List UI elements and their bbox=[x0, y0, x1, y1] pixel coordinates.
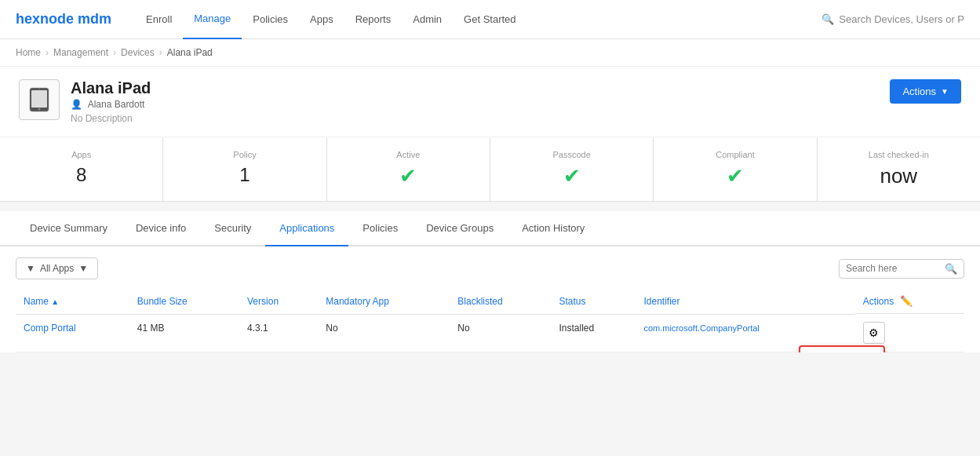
stat-active-label: Active bbox=[335, 150, 482, 159]
tab-policies[interactable]: Policies bbox=[348, 211, 412, 246]
filter-label: All Apps bbox=[40, 263, 74, 274]
col-blacklisted: Blacklisted bbox=[450, 289, 551, 314]
cell-status: Installed bbox=[551, 314, 636, 352]
table-toolbar: ▼ All Apps ▼ 🔍 bbox=[16, 257, 964, 279]
table-header-row: Name ▲ Bundle Size Version Mandatory App… bbox=[16, 289, 964, 314]
tab-action-history[interactable]: Action History bbox=[508, 211, 599, 246]
filter-icon: ▼ bbox=[26, 263, 35, 274]
nav-manage[interactable]: Manage bbox=[183, 0, 242, 39]
stat-passcode-check: ✔ bbox=[498, 164, 645, 188]
global-search: 🔍 Search Devices, Users or P bbox=[822, 13, 964, 25]
tab-applications[interactable]: Applications bbox=[265, 211, 348, 246]
stat-apps-value: 8 bbox=[8, 164, 155, 186]
stat-compliant-label: Compliant bbox=[661, 150, 808, 159]
col-identifier: Identifier bbox=[636, 289, 854, 314]
actions-button-label: Actions bbox=[902, 86, 936, 97]
breadcrumb-sep-1: › bbox=[46, 47, 49, 58]
col-mandatory-app: Mandatory App bbox=[318, 289, 450, 314]
nav-get-started[interactable]: Get Started bbox=[453, 0, 526, 39]
stat-compliant: Compliant ✔ bbox=[654, 137, 817, 201]
tab-security[interactable]: Security bbox=[200, 211, 265, 246]
app-identifier: com.microsoft.CompanyPortal bbox=[643, 323, 759, 333]
table-row: Comp Portal 41 MB 4.3.1 No No Installed … bbox=[16, 314, 964, 352]
stat-passcode-label: Passcode bbox=[498, 150, 645, 159]
stat-passcode: Passcode ✔ bbox=[490, 137, 654, 201]
stat-apps-label: Apps bbox=[8, 150, 155, 159]
cell-version: 4.3.1 bbox=[239, 314, 318, 352]
gear-button[interactable]: ⚙ bbox=[863, 322, 885, 344]
nav-reports[interactable]: Reports bbox=[344, 0, 403, 39]
breadcrumb-home[interactable]: Home bbox=[16, 47, 41, 58]
chevron-down-icon: ▼ bbox=[941, 87, 949, 96]
nav-admin[interactable]: Admin bbox=[402, 0, 453, 39]
search-icon: 🔍 bbox=[822, 13, 834, 25]
stat-last-checked-value: now bbox=[825, 164, 972, 188]
svg-point-3 bbox=[38, 89, 40, 90]
stat-apps: Apps 8 bbox=[0, 137, 163, 201]
tab-device-groups[interactable]: Device Groups bbox=[412, 211, 508, 246]
stat-policy-label: Policy bbox=[171, 150, 318, 159]
col-name-label: Name bbox=[24, 296, 49, 307]
cell-bundle-size: 41 MB bbox=[129, 314, 239, 352]
stat-last-checked-label: Last checked-in bbox=[825, 150, 972, 159]
ipad-icon bbox=[27, 87, 52, 112]
nav-apps[interactable]: Apps bbox=[299, 0, 344, 39]
logo: hexnode mdm bbox=[16, 11, 111, 27]
table-section: ▼ All Apps ▼ 🔍 Name ▲ Bundle Size Versio… bbox=[0, 246, 980, 352]
breadcrumb-sep-2: › bbox=[113, 47, 116, 58]
cell-mandatory-app: No bbox=[318, 314, 450, 352]
col-actions: Actions ✏️ bbox=[855, 289, 964, 314]
sort-icon: ▲ bbox=[51, 297, 59, 306]
cell-name: Comp Portal bbox=[16, 314, 129, 352]
breadcrumb-management[interactable]: Management bbox=[53, 47, 108, 58]
filter-chevron-icon: ▼ bbox=[78, 263, 88, 274]
svg-point-2 bbox=[38, 108, 41, 111]
filter-all-apps-button[interactable]: ▼ All Apps ▼ bbox=[16, 257, 98, 279]
breadcrumb-current: Alana iPad bbox=[167, 47, 213, 58]
col-bundle-size: Bundle Size bbox=[129, 289, 239, 314]
device-description: No Description bbox=[71, 113, 890, 124]
stat-active: Active ✔ bbox=[327, 137, 490, 201]
col-status: Status bbox=[551, 289, 636, 314]
search-icon: 🔍 bbox=[945, 263, 957, 275]
col-name: Name ▲ bbox=[16, 289, 129, 314]
actions-button[interactable]: Actions ▼ bbox=[890, 79, 961, 104]
breadcrumb-devices[interactable]: Devices bbox=[121, 47, 155, 58]
tab-device-info[interactable]: Device info bbox=[122, 211, 200, 246]
actions-dropdown: ⚙ Manage App bbox=[863, 322, 885, 344]
col-version: Version bbox=[239, 289, 318, 314]
tabs-section: Device Summary Device info Security Appl… bbox=[0, 211, 980, 246]
manage-app-item[interactable]: Manage App bbox=[800, 347, 883, 352]
nav-policies[interactable]: Policies bbox=[242, 0, 299, 39]
logo-text: hexnode mdm bbox=[16, 11, 111, 27]
device-info: Alana iPad 👤 Alana Bardott No Descriptio… bbox=[71, 79, 890, 124]
top-navigation: hexnode mdm Enroll Manage Policies Apps … bbox=[0, 0, 980, 39]
col-actions-label: Actions bbox=[863, 296, 894, 307]
actions-dropdown-menu: Manage App bbox=[799, 345, 885, 352]
nav-links: Enroll Manage Policies Apps Reports Admi… bbox=[135, 0, 527, 39]
breadcrumb: Home › Management › Devices › Alana iPad bbox=[0, 39, 980, 67]
device-icon bbox=[19, 79, 60, 120]
stat-policy: Policy 1 bbox=[163, 137, 326, 201]
device-user: 👤 Alana Bardott bbox=[71, 99, 890, 110]
stat-active-check: ✔ bbox=[335, 164, 482, 188]
cell-actions: ⚙ Manage App bbox=[855, 314, 964, 352]
device-user-name: Alana Bardott bbox=[88, 99, 145, 110]
stats-row: Apps 8 Policy 1 Active ✔ Passcode ✔ Comp… bbox=[0, 137, 980, 202]
stat-policy-value: 1 bbox=[171, 164, 318, 186]
user-icon: 👤 bbox=[71, 99, 82, 110]
svg-rect-1 bbox=[31, 90, 47, 108]
edit-columns-button[interactable]: ✏️ bbox=[900, 295, 913, 307]
breadcrumb-sep-3: › bbox=[159, 47, 162, 58]
stat-compliant-check: ✔ bbox=[661, 164, 808, 188]
stat-last-checked: Last checked-in now bbox=[818, 137, 980, 201]
tab-device-summary[interactable]: Device Summary bbox=[16, 211, 122, 246]
nav-enroll[interactable]: Enroll bbox=[135, 0, 183, 39]
applications-table: Name ▲ Bundle Size Version Mandatory App… bbox=[16, 289, 964, 352]
search-placeholder-text: Search Devices, Users or P bbox=[839, 13, 964, 25]
device-header: Alana iPad 👤 Alana Bardott No Descriptio… bbox=[0, 67, 980, 137]
device-name: Alana iPad bbox=[71, 79, 890, 97]
search-input[interactable] bbox=[846, 263, 945, 274]
app-name-link[interactable]: Comp Portal bbox=[24, 323, 76, 334]
search-box: 🔍 bbox=[839, 259, 964, 279]
